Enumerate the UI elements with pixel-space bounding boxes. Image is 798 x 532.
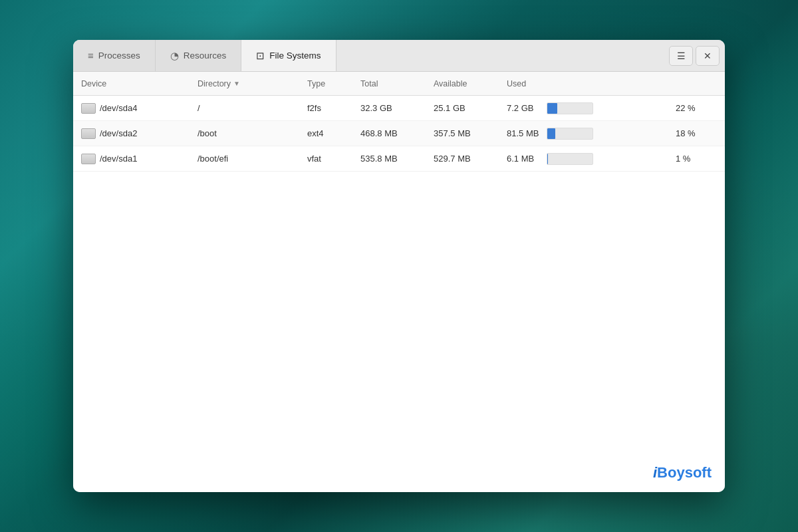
device-0-label: /dev/sda4: [100, 103, 137, 113]
cell-dir-2: /boot/efi: [195, 154, 305, 164]
avail-1-label: 357.5 MB: [434, 128, 471, 138]
menu-button[interactable]: ☰: [669, 46, 693, 66]
usage-bar-1: [547, 128, 555, 139]
cell-total-0: 32.3 GB: [358, 103, 431, 113]
col-used-label: Used: [507, 79, 526, 88]
main-content: Device Directory ▼ Type Total Available …: [73, 72, 725, 492]
cell-bar-1: [544, 128, 673, 140]
cell-used-2: 6.1 MB: [504, 154, 544, 164]
watermark: iBoysoft: [653, 464, 712, 481]
titlebar-spacer: [336, 40, 664, 71]
col-device[interactable]: Device: [78, 79, 195, 88]
table-row[interactable]: /dev/sda4 / f2fs 32.3 GB 25.1 GB 7.2 GB: [73, 96, 725, 121]
cell-total-1: 468.8 MB: [358, 128, 431, 138]
tab-filesystems-label: File Systems: [269, 51, 321, 61]
cell-avail-1: 357.5 MB: [431, 128, 504, 138]
total-0-label: 32.3 GB: [360, 103, 392, 113]
col-available-label: Available: [434, 79, 467, 88]
total-2-label: 535.8 MB: [360, 154, 398, 164]
cell-type-0: f2fs: [305, 103, 358, 113]
cell-device-2: /dev/sda1: [78, 154, 195, 164]
tab-filesystems[interactable]: ⊡ File Systems: [241, 40, 336, 71]
cell-type-1: ext4: [305, 128, 358, 138]
total-1-label: 468.8 MB: [360, 128, 398, 138]
usage-bar-container-2: [547, 153, 593, 165]
tab-resources-label: Resources: [184, 51, 227, 61]
table-header: Device Directory ▼ Type Total Available …: [73, 72, 725, 96]
cell-device-1: /dev/sda2: [78, 128, 195, 139]
cell-bar-2: [544, 153, 673, 165]
cell-used-0: 7.2 GB: [504, 103, 544, 113]
cell-dir-1: /boot: [195, 128, 305, 138]
device-1-label: /dev/sda2: [100, 128, 137, 138]
type-0-label: f2fs: [307, 103, 321, 113]
cell-device-0: /dev/sda4: [78, 103, 195, 114]
used-1-label: 81.5 MB: [507, 128, 539, 138]
cell-used-1: 81.5 MB: [504, 128, 544, 138]
device-icon-0: [81, 103, 96, 114]
device-icon-2: [81, 154, 96, 164]
titlebar: ≡ Processes ◔ Resources ⊡ File Systems ☰…: [73, 40, 725, 72]
resources-icon: ◔: [170, 50, 179, 62]
col-type-label: Type: [307, 79, 325, 88]
type-1-label: ext4: [307, 128, 324, 138]
col-available[interactable]: Available: [431, 79, 504, 88]
usage-bar-container-0: [547, 102, 593, 114]
col-device-label: Device: [81, 79, 106, 88]
filesystems-icon: ⊡: [256, 50, 265, 62]
watermark-rest: Boysoft: [657, 464, 712, 481]
cell-avail-0: 25.1 GB: [431, 103, 504, 113]
device-icon-1: [81, 128, 96, 139]
type-2-label: vfat: [307, 154, 321, 164]
usage-bar-0: [547, 103, 557, 114]
cell-bar-0: [544, 102, 673, 114]
pct-0-label: 22 %: [676, 103, 696, 113]
table-row[interactable]: /dev/sda2 /boot ext4 468.8 MB 357.5 MB 8…: [73, 121, 725, 146]
cell-avail-2: 529.7 MB: [431, 154, 504, 164]
pct-2-label: 1 %: [676, 154, 690, 164]
app-window: ≡ Processes ◔ Resources ⊡ File Systems ☰…: [73, 40, 725, 492]
cell-pct-2: 1 %: [673, 154, 720, 164]
tab-processes[interactable]: ≡ Processes: [73, 40, 156, 71]
usage-bar-container-1: [547, 128, 593, 140]
menu-icon: ☰: [677, 51, 686, 61]
col-total[interactable]: Total: [358, 79, 431, 88]
close-icon: ✕: [704, 51, 712, 61]
titlebar-controls: ☰ ✕: [664, 40, 725, 71]
table-row[interactable]: /dev/sda1 /boot/efi vfat 535.8 MB 529.7 …: [73, 146, 725, 172]
col-type[interactable]: Type: [305, 79, 358, 88]
sort-arrow-icon: ▼: [233, 80, 240, 87]
avail-0-label: 25.1 GB: [434, 103, 466, 113]
tab-resources[interactable]: ◔ Resources: [156, 40, 242, 71]
cell-dir-0: /: [195, 103, 305, 113]
close-button[interactable]: ✕: [696, 46, 720, 66]
col-directory-label: Directory: [198, 79, 231, 88]
avail-2-label: 529.7 MB: [434, 154, 471, 164]
col-directory[interactable]: Directory ▼: [195, 79, 305, 88]
table-body: /dev/sda4 / f2fs 32.3 GB 25.1 GB 7.2 GB: [73, 96, 725, 492]
col-used[interactable]: Used: [504, 79, 544, 88]
usage-bar-2: [547, 154, 548, 164]
tab-processes-label: Processes: [98, 51, 140, 61]
pct-1-label: 18 %: [676, 128, 696, 138]
dir-2-label: /boot/efi: [198, 154, 228, 164]
col-total-label: Total: [360, 79, 378, 88]
dir-0-label: /: [198, 103, 200, 113]
dir-1-label: /boot: [198, 128, 217, 138]
used-2-label: 6.1 MB: [507, 154, 534, 164]
cell-pct-0: 22 %: [673, 103, 720, 113]
cell-type-2: vfat: [305, 154, 358, 164]
cell-pct-1: 18 %: [673, 128, 720, 138]
cell-total-2: 535.8 MB: [358, 154, 431, 164]
processes-icon: ≡: [88, 50, 94, 61]
used-0-label: 7.2 GB: [507, 103, 533, 113]
device-2-label: /dev/sda1: [100, 154, 137, 164]
